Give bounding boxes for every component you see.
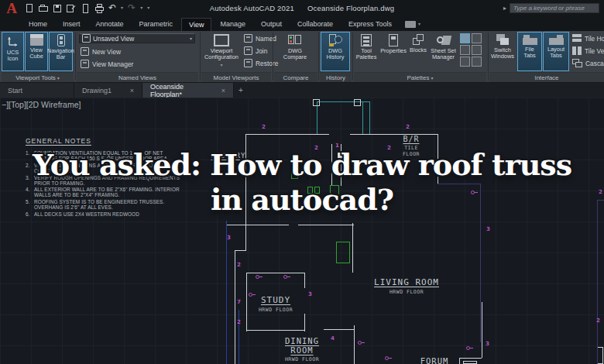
close-icon[interactable]: ×	[221, 87, 225, 94]
room-label-living: LIVING ROOM HRWD FLOOR	[364, 277, 449, 295]
sheet-set-manager-icon	[437, 34, 451, 46]
new-view-icon	[81, 47, 89, 56]
palette-small-icon[interactable]	[460, 33, 470, 43]
restore-viewport-icon	[244, 59, 252, 67]
navigation-bar-button[interactable]: Navigation Bar	[49, 32, 73, 71]
general-notes-title: GENERAL NOTES	[26, 137, 184, 145]
tab-collaborate[interactable]: Collaborate	[290, 18, 340, 30]
sheet-set-manager-button[interactable]: Sheet Set Manager	[429, 32, 458, 71]
layer-line	[597, 200, 598, 364]
tab-parametric[interactable]: Parametric	[132, 18, 180, 30]
view-manager-button[interactable]: View Manager	[81, 59, 133, 69]
wall-line	[459, 358, 482, 359]
help-search-input[interactable]	[510, 3, 599, 13]
wall-line	[304, 314, 305, 331]
wall-line	[246, 273, 305, 273]
panel-palettes: Tool Palettes Properties Blocks Sheet Se…	[354, 31, 486, 82]
keynote: 2	[237, 319, 241, 325]
file-tab-bar: Start Drawing1 × Oceanside Floorplan* × …	[0, 83, 604, 98]
file-tab-start[interactable]: Start	[0, 83, 74, 98]
app-name: Autodesk AutoCAD 2021	[210, 4, 294, 12]
dwg-compare-button[interactable]: DWG Compare	[276, 32, 314, 71]
ucs-icon-button[interactable]: UCS Icon	[2, 32, 24, 71]
tab-output[interactable]: Output	[254, 18, 289, 30]
tab-home[interactable]: Home	[22, 18, 54, 30]
palette-small-icon[interactable]	[472, 57, 482, 67]
viewport-configuration-button[interactable]: Viewport Configuration ▾	[201, 32, 242, 71]
blocks-icon	[413, 34, 424, 46]
panel-label-named-views: Named Views	[77, 72, 198, 82]
file-tab-drawing1[interactable]: Drawing1 ×	[74, 83, 142, 98]
room-label-forum: FORUM	[411, 356, 458, 364]
tile-vertically-icon	[572, 46, 582, 55]
wall-line	[324, 329, 354, 330]
keynote: 4	[331, 335, 335, 342]
named-viewport-icon	[244, 34, 252, 43]
post-symbol	[354, 99, 361, 106]
wall-line	[246, 330, 305, 331]
autocad-window: A ↶ ▾ ↷ ▾ ▾ Autodesk AutoCAD 2021 Oceans…	[0, 0, 604, 364]
door-symbol	[466, 346, 470, 350]
panel-caret-icon: ▾	[431, 76, 433, 81]
panel-label-viewport-tools[interactable]: Viewport Tools▾	[2, 72, 74, 82]
tile-vertically-button[interactable]: Tile Vertically	[572, 46, 604, 56]
layout-tabs-button[interactable]: Layout Tabs	[543, 32, 569, 71]
panel-label-palettes[interactable]: Palettes▾	[354, 72, 486, 82]
wall-line	[235, 250, 246, 251]
stair-line	[317, 101, 317, 134]
file-tab-oceanside[interactable]: Oceanside Floorplan* ×	[142, 83, 234, 98]
tool-palettes-button[interactable]: Tool Palettes	[354, 32, 379, 71]
wall-line	[459, 358, 460, 364]
properties-button[interactable]: Properties	[379, 32, 407, 71]
palette-small-icon[interactable]	[472, 45, 482, 55]
palettes-small-buttons	[460, 33, 482, 67]
headline-line2: in autocad?	[0, 182, 604, 217]
view-manager-icon	[81, 60, 89, 68]
dimension-line	[239, 310, 239, 364]
blocks-button[interactable]: Blocks	[408, 32, 428, 71]
tab-express-tools[interactable]: Express Tools	[341, 18, 399, 30]
named-viewport-button[interactable]: Named	[244, 33, 276, 43]
fireplace-symbol	[336, 242, 350, 263]
layout-tabs-icon	[549, 34, 564, 45]
panel-caret-icon: ▾	[57, 76, 60, 81]
panel-label-model-viewports: Model Viewports	[201, 72, 271, 82]
viewport-configuration-icon	[214, 34, 229, 46]
keynote: 3	[486, 226, 490, 232]
tab-manage[interactable]: Manage	[213, 18, 252, 30]
switch-windows-button[interactable]: Switch Windows	[489, 32, 516, 71]
search-arrow-icon[interactable]: ▸	[503, 5, 506, 12]
ribbon-display-toggle[interactable]: ▾	[405, 19, 420, 29]
view-cube-icon	[30, 34, 43, 46]
ribbon-display-caret-icon: ▾	[418, 19, 420, 29]
wall-line	[352, 223, 353, 273]
ribbon-display-icon	[405, 21, 416, 28]
tab-view[interactable]: View	[181, 18, 211, 31]
wall-line	[227, 225, 289, 225]
dwg-compare-icon	[288, 34, 302, 46]
panel-history: DWG History History	[320, 31, 352, 82]
cascade-icon	[572, 59, 582, 67]
file-tabs-button[interactable]: File Tabs	[517, 32, 542, 71]
wall-line	[597, 347, 603, 364]
tile-horizontally-button[interactable]: Tile Horizontally	[572, 33, 604, 43]
viewport-controls[interactable]: −][Top][2D Wireframe]	[2, 100, 81, 109]
keynote: 2	[262, 124, 266, 130]
join-viewport-button[interactable]: Join	[244, 46, 267, 56]
dwg-history-button[interactable]: DWG History	[321, 32, 350, 71]
tab-annotate[interactable]: Annotate	[89, 18, 131, 30]
new-view-button[interactable]: New View	[81, 46, 121, 57]
cascade-button[interactable]: Cascade	[572, 58, 604, 68]
close-icon[interactable]: ×	[130, 87, 134, 94]
door-symbol	[283, 275, 287, 279]
view-cube-button[interactable]: View Cube	[25, 32, 48, 71]
join-viewport-icon	[244, 46, 252, 55]
palette-small-icon[interactable]	[460, 45, 470, 55]
palette-small-icon[interactable]	[460, 57, 470, 67]
palette-small-icon[interactable]	[472, 33, 482, 43]
new-drawing-tab-button[interactable]: +	[234, 83, 248, 98]
tab-insert[interactable]: Insert	[56, 18, 88, 30]
keynote: 2	[596, 318, 600, 324]
drawing-canvas[interactable]: −][Top][2D Wireframe]	[0, 98, 604, 364]
view-dropdown[interactable]: Unsaved View ▾	[79, 33, 195, 43]
